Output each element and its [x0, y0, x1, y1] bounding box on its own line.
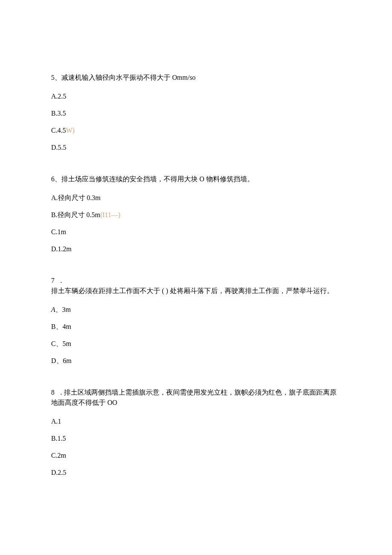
option-value: 1m [58, 228, 66, 235]
question-text: 排土车辆必须在距排土工作面不大于 ( ) 处将厢斗落下后，再驶离排土工作面，严禁… [51, 286, 341, 296]
option-a: A、3m [51, 305, 341, 315]
option-label: C. [51, 452, 58, 459]
option-value: 4.5 [58, 127, 66, 134]
option-value: 2.5 [58, 93, 66, 100]
question-text: 5、减速机输入轴径向水平振动不得大于 Omm/so [51, 73, 341, 83]
option-b: B.1.5 [51, 433, 341, 444]
option-d: D.2.5 [51, 468, 341, 478]
option-value: 3.5 [58, 110, 66, 117]
question-body: 排土场应当修筑连续的安全挡墙，不得用大块 O 物料修筑挡墙。 [61, 175, 254, 183]
option-a: A.径向尺寸 0.3m [51, 193, 341, 203]
option-value: 1.2m [58, 245, 72, 253]
option-label: A. [51, 418, 58, 425]
option-value: 2.5 [58, 469, 66, 476]
question-5: 5、减速机输入轴径向水平振动不得大于 Omm/so A.2.5 B.3.5 C.… [51, 73, 341, 153]
question-body: 减速机输入轴径向水平振动不得大于 Omm/so [61, 74, 196, 81]
option-c: C.2m [51, 450, 341, 461]
option-label: D. [51, 469, 58, 476]
option-value: 5m [63, 340, 71, 347]
option-value: 6m [63, 357, 72, 364]
option-d: D、6m [51, 356, 341, 366]
option-label: C、 [51, 340, 63, 347]
option-a: A.2.5 [51, 91, 341, 102]
question-8: 8 .排土区域两侧挡墙上需插旗示意，夜间需使用发光立柱，旗帜必须为红色，旗子底面… [51, 387, 341, 478]
question-text: 8 .排土区域两侧挡墙上需插旗示意，夜间需使用发光立柱，旗帜必须为红色，旗子底面… [51, 387, 341, 408]
option-c: C.4.5W) [51, 125, 341, 136]
option-value: 径向尺寸 0.3m [58, 194, 101, 201]
option-value: 径向尺寸 0.5m [58, 211, 100, 218]
option-label: D. [51, 245, 58, 253]
question-body: 排土车辆必须在距排土工作面不大于 ( ) 处将厢斗落下后，再驶离排土工作面，严禁… [51, 287, 334, 294]
option-annotation: W) [66, 127, 75, 134]
option-label: B. [51, 435, 58, 442]
option-label: B. [51, 211, 58, 218]
option-d: D.5.5 [51, 142, 341, 153]
question-number: 5、 [51, 74, 61, 81]
question-6: 6、排土场应当修筑连续的安全挡墙，不得用大块 O 物料修筑挡墙。 A.径向尺寸 … [51, 174, 341, 254]
option-label: B. [51, 110, 58, 117]
question-number: 7 . [51, 277, 64, 284]
question-body: 排土区域两侧挡墙上需插旗示意，夜间需使用发光立柱，旗帜必须为红色，旗子底面距离原… [51, 389, 337, 406]
option-value: 1 [58, 418, 61, 425]
option-d: D.1.2m [51, 244, 341, 254]
option-label: A、 [51, 306, 62, 313]
option-annotation: (I11—) [100, 211, 120, 218]
option-a: A.1 [51, 416, 341, 427]
option-value: 1.5 [58, 435, 66, 442]
option-value: 4m [63, 323, 71, 330]
question-number: 8 . [51, 389, 64, 396]
option-b: B、4m [51, 322, 341, 332]
option-label: C. [51, 228, 58, 235]
option-label: A. [51, 194, 58, 201]
option-c: C、5m [51, 339, 341, 349]
option-label: C. [51, 127, 58, 134]
option-value: 5.5 [58, 144, 66, 151]
option-c: C.1m [51, 227, 341, 237]
question-7: 7 . 排土车辆必须在距排土工作面不大于 ( ) 处将厢斗落下后，再驶离排土工作… [51, 276, 341, 366]
option-label: B、 [51, 323, 63, 330]
option-b: B.3.5 [51, 108, 341, 119]
option-value: 3m [62, 306, 71, 313]
question-number-line: 7 . [51, 276, 341, 286]
option-label: D. [51, 144, 58, 151]
option-b: B.径向尺寸 0.5m(I11—) [51, 210, 341, 220]
option-label: A. [51, 93, 58, 100]
question-number: 6、 [51, 175, 61, 183]
question-text: 6、排土场应当修筑连续的安全挡墙，不得用大块 O 物料修筑挡墙。 [51, 174, 341, 184]
option-label: D、 [51, 357, 63, 364]
option-value: 2m [58, 452, 66, 459]
